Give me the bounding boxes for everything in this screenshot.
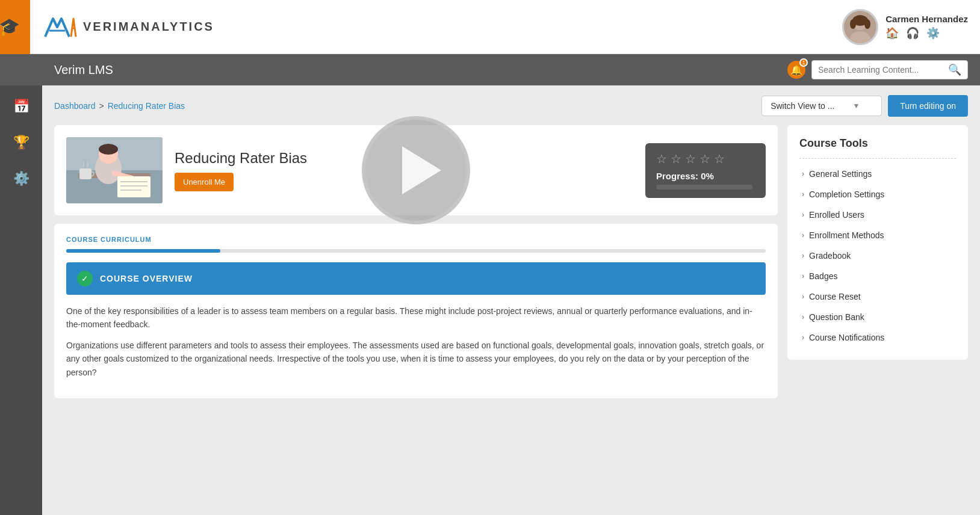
- logo-area: VERIMANALYTICS: [30, 14, 842, 40]
- notification-icon[interactable]: 🔔 1: [787, 61, 805, 79]
- tool-item-course-notifications[interactable]: › Course Notifications: [799, 327, 956, 348]
- star-4[interactable]: ☆: [699, 152, 710, 166]
- verim-logo-icon: [42, 14, 78, 40]
- star-5[interactable]: ☆: [714, 152, 725, 166]
- tool-item-enrollment-methods[interactable]: › Enrollment Methods: [799, 225, 956, 245]
- course-tools-title: Course Tools: [799, 137, 956, 150]
- curriculum-progress-line: [66, 249, 766, 253]
- breadcrumb-home[interactable]: Dashboard: [54, 101, 96, 111]
- overview-paragraph-1: One of the key responsibilities of a lea…: [66, 304, 766, 332]
- svg-point-6: [850, 19, 856, 29]
- avatar: [842, 9, 878, 45]
- main-col: Reducing Rater Bias Unenroll Me ☆ ☆ ☆ ☆ …: [54, 125, 778, 398]
- tool-item-course-reset[interactable]: › Course Reset: [799, 286, 956, 307]
- chevron-right-icon: ›: [802, 190, 804, 199]
- svg-rect-16: [117, 176, 150, 197]
- progress-bar-bg: [656, 185, 752, 190]
- course-header-card: Reducing Rater Bias Unenroll Me ☆ ☆ ☆ ☆ …: [54, 125, 778, 215]
- chevron-right-icon: ›: [802, 313, 804, 321]
- breadcrumb-actions: Switch View to ... ▼ Turn editing on: [761, 95, 968, 117]
- video-play-overlay[interactable]: [362, 116, 470, 224]
- search-input[interactable]: [818, 65, 948, 75]
- course-overview-bar[interactable]: ✓ COURSE OVERVIEW: [66, 262, 766, 295]
- tool-label-completion-settings: Completion Settings: [809, 190, 884, 199]
- rating-panel: ☆ ☆ ☆ ☆ ☆ Progress: 0%: [645, 143, 766, 198]
- right-col: Course Tools › General Settings › Comple…: [787, 125, 968, 360]
- left-sidebar: 📅 🏆 ⚙️: [0, 85, 42, 515]
- gear-icon[interactable]: ⚙️: [926, 26, 940, 40]
- play-button-icon: [402, 146, 441, 194]
- chevron-right-icon: ›: [802, 251, 804, 260]
- thumbnail-image: [66, 137, 163, 203]
- overview-check-icon: ✓: [77, 271, 93, 286]
- user-action-icons[interactable]: 🏠 🎧 ⚙️: [885, 26, 968, 40]
- chevron-right-icon: ›: [802, 231, 804, 239]
- tool-item-gradebook[interactable]: › Gradebook: [799, 245, 956, 266]
- dropdown-arrow-icon: ▼: [852, 102, 860, 110]
- search-icon[interactable]: 🔍: [948, 63, 961, 76]
- headset-icon[interactable]: 🎧: [906, 26, 919, 40]
- sidebar-item-trophy[interactable]: 🏆: [9, 131, 33, 155]
- breadcrumb-separator: >: [99, 101, 104, 111]
- thumbnail-illustration: [66, 137, 163, 203]
- sidebar-item-calendar[interactable]: 📅: [9, 94, 33, 119]
- star-rating[interactable]: ☆ ☆ ☆ ☆ ☆: [656, 152, 755, 166]
- chevron-right-icon: ›: [802, 272, 804, 280]
- unenroll-button[interactable]: Unenroll Me: [175, 173, 234, 191]
- star-3[interactable]: ☆: [685, 152, 696, 166]
- svg-point-7: [864, 19, 870, 29]
- progress-label: Progress: 0%: [656, 171, 755, 181]
- switch-view-dropdown[interactable]: Switch View to ... ▼: [761, 96, 882, 116]
- tool-label-gradebook: Gradebook: [809, 251, 851, 261]
- home-icon[interactable]: 🏠: [885, 26, 899, 40]
- tool-label-course-notifications: Course Notifications: [809, 333, 884, 342]
- breadcrumb-bar: Dashboard > Reducing Rater Bias Switch V…: [54, 95, 968, 117]
- svg-rect-20: [79, 168, 91, 179]
- tool-item-question-bank[interactable]: › Question Bank: [799, 307, 956, 327]
- star-1[interactable]: ☆: [656, 152, 667, 166]
- tool-item-badges[interactable]: › Badges: [799, 266, 956, 286]
- user-info: Carmen Hernandez 🏠 🎧 ⚙️: [885, 14, 968, 40]
- graduation-hat-icon: 🎓: [0, 17, 20, 37]
- user-name: Carmen Hernandez: [885, 14, 968, 24]
- breadcrumb-current: Reducing Rater Bias: [108, 101, 185, 111]
- chevron-right-icon: ›: [802, 170, 804, 178]
- main-wrapper: 📅 🏆 ⚙️ Dashboard > Reducing Rater Bias S…: [0, 85, 980, 515]
- course-thumbnail: [66, 137, 163, 203]
- turn-editing-button[interactable]: Turn editing on: [888, 95, 968, 117]
- two-col-layout: Reducing Rater Bias Unenroll Me ☆ ☆ ☆ ☆ …: [54, 125, 968, 398]
- tool-item-completion-settings[interactable]: › Completion Settings: [799, 184, 956, 205]
- overview-paragraph-2: Organizations use different parameters a…: [66, 339, 766, 379]
- tools-divider: [799, 158, 956, 159]
- sidebar-logo-area: 🎓: [0, 0, 30, 54]
- tool-label-badges: Badges: [809, 271, 837, 281]
- star-2[interactable]: ☆: [671, 152, 681, 166]
- chevron-right-icon: ›: [802, 333, 804, 342]
- svg-point-13: [99, 144, 118, 155]
- switch-view-label: Switch View to ...: [771, 101, 834, 111]
- avatar-image: [844, 11, 876, 43]
- nav-bar: Verim LMS 🔔 1 🔍: [0, 54, 980, 85]
- chevron-right-icon: ›: [802, 292, 804, 301]
- overview-title: COURSE OVERVIEW: [100, 274, 193, 283]
- curriculum-label: COURSE CURRICULUM: [66, 236, 766, 243]
- course-tools-card: Course Tools › General Settings › Comple…: [787, 125, 968, 360]
- overview-text: One of the key responsibilities of a lea…: [66, 304, 766, 379]
- tool-label-enrollment-methods: Enrollment Methods: [809, 230, 884, 240]
- tool-label-course-reset: Course Reset: [809, 292, 861, 301]
- logo-text: VERIMANALYTICS: [83, 20, 214, 34]
- tool-item-general-settings[interactable]: › General Settings: [799, 164, 956, 184]
- nav-right: 🔔 1 🔍: [787, 60, 980, 79]
- search-box[interactable]: 🔍: [811, 60, 968, 79]
- tool-label-general-settings: General Settings: [809, 169, 872, 179]
- sidebar-item-settings[interactable]: ⚙️: [9, 167, 33, 191]
- notification-badge: 1: [799, 58, 808, 67]
- breadcrumb: Dashboard > Reducing Rater Bias: [54, 101, 185, 111]
- nav-title: Verim LMS: [42, 63, 787, 77]
- tool-item-enrolled-users[interactable]: › Enrolled Users: [799, 205, 956, 225]
- chevron-right-icon: ›: [802, 211, 804, 219]
- user-area: Carmen Hernandez 🏠 🎧 ⚙️: [842, 9, 968, 45]
- content-area: Dashboard > Reducing Rater Bias Switch V…: [42, 85, 980, 515]
- tool-label-question-bank: Question Bank: [809, 312, 864, 322]
- curriculum-progress-fill: [66, 249, 220, 253]
